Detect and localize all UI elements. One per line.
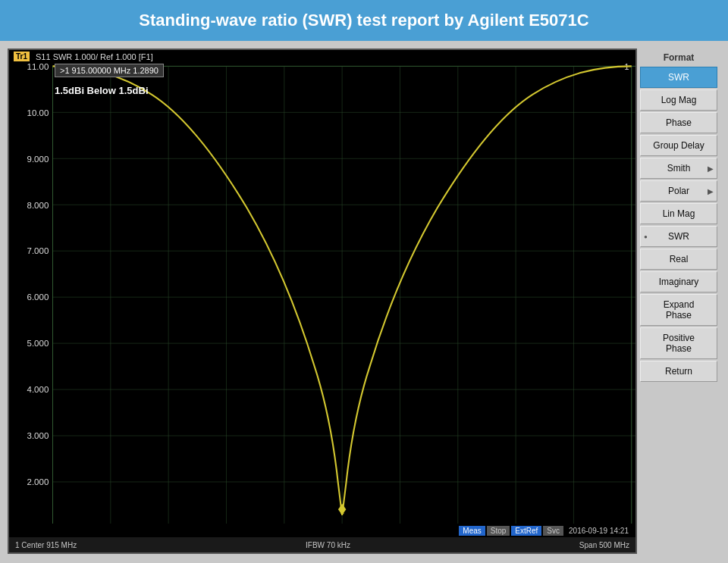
svg-text:1: 1	[340, 506, 344, 515]
svg-text:8.000: 8.000	[27, 199, 49, 209]
svg-text:10.00: 10.00	[27, 107, 49, 117]
sidebar-btn-log-mag[interactable]: Log Mag	[640, 89, 717, 111]
sidebar-btn-phase[interactable]: Phase	[640, 112, 717, 133]
bottom-meas-bar: Meas Stop ExtRef Svc 2016-09-19 14:21	[9, 524, 635, 537]
chart-info-bar: Tr1 S11 SWR 1.000/ Ref 1.000 [F1]	[9, 50, 635, 63]
sidebar-btn-return[interactable]: Return	[640, 361, 717, 382]
sidebar-btn-swr[interactable]: SWR	[640, 67, 717, 88]
svg-text:5.000: 5.000	[27, 338, 49, 348]
sidebar-btn-swr2[interactable]: SWR	[640, 226, 717, 247]
sidebar-btn-polar[interactable]: Polar ▶	[640, 180, 717, 202]
tr1-badge: Tr1	[14, 52, 30, 61]
svg-text:6.000: 6.000	[27, 292, 49, 302]
header-title: Standing-wave ratio (SWR) test report by…	[139, 11, 588, 30]
svg-text:4.000: 4.000	[27, 384, 49, 394]
status-center: IFBW 70 kHz	[306, 541, 350, 549]
header: Standing-wave ratio (SWR) test report by…	[0, 0, 728, 41]
sidebar: Format SWR Log Mag Phase Group Delay Smi…	[637, 48, 720, 554]
svg-text:2.000: 2.000	[27, 477, 49, 486]
marker-value: >1 915.00000 MHz 1.2890	[60, 66, 158, 75]
svc-button[interactable]: Svc	[543, 526, 563, 536]
format-label: Format	[640, 50, 717, 65]
sidebar-btn-imaginary[interactable]: Imaginary	[640, 271, 717, 292]
svg-text:9.000: 9.000	[27, 153, 49, 163]
chart-status-bar: 1 Center 915 MHz IFBW 70 kHz Span 500 MH…	[9, 537, 635, 552]
chart-annotation: 1.5dBi Below 1.5dBi	[55, 85, 149, 96]
sidebar-btn-lin-mag[interactable]: Lin Mag	[640, 203, 717, 224]
sidebar-btn-group-delay[interactable]: Group Delay	[640, 135, 717, 156]
sidebar-btn-real[interactable]: Real	[640, 249, 717, 270]
sidebar-btn-positive-phase[interactable]: PositivePhase	[640, 327, 717, 359]
sidebar-btn-expand-phase[interactable]: ExpandPhase	[640, 294, 717, 326]
meas-button[interactable]: Meas	[459, 526, 485, 536]
svg-rect-0	[9, 50, 635, 552]
datetime-display: 2016-09-19 14:21	[565, 526, 632, 536]
extref-button[interactable]: ExtRef	[511, 526, 541, 536]
marker-box: >1 915.00000 MHz 1.2890	[55, 64, 164, 77]
chart-container: Tr1 S11 SWR 1.000/ Ref 1.000 [F1] >1 915…	[8, 48, 637, 554]
status-left: 1 Center 915 MHz	[15, 541, 77, 549]
svg-text:3.000: 3.000	[27, 430, 49, 440]
svg-text:7.000: 7.000	[27, 246, 49, 255]
chart-info-text: S11 SWR 1.000/ Ref 1.000 [F1]	[36, 52, 153, 61]
status-right: Span 500 MHz	[579, 541, 629, 549]
sidebar-btn-smith[interactable]: Smith ▶	[640, 158, 717, 179]
chart-svg: 11.00 10.00 9.000 8.000 7.000 6.000 5.00…	[9, 50, 635, 552]
stop-button[interactable]: Stop	[487, 526, 510, 536]
